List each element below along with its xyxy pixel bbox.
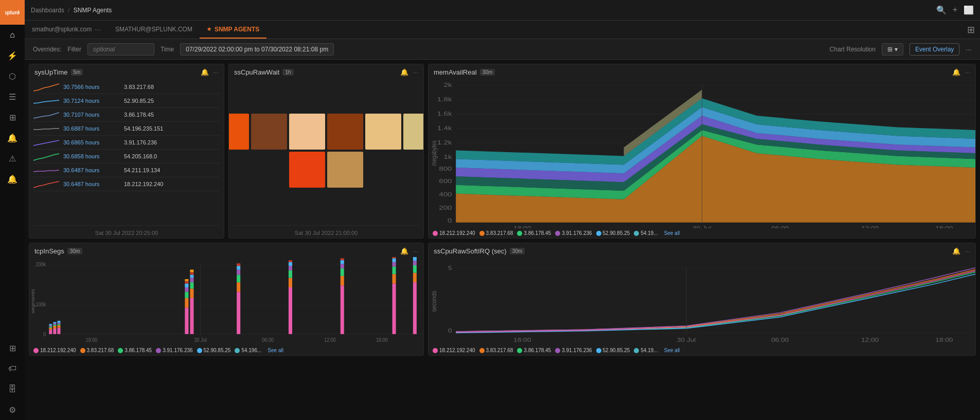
softirq-more-icon[interactable]: ··· — [965, 247, 970, 255]
uptime-value-7[interactable]: 30.6487 hours — [63, 181, 120, 187]
legend-item: 18.212.192.240 — [433, 230, 475, 236]
breadcrumb-current: SNMP Agents — [74, 7, 112, 14]
controls-bar: Overrides: Filter Time 07/29/2022 02:00:… — [25, 39, 980, 60]
sscpu-more-icon[interactable]: ··· — [413, 68, 418, 76]
legend-label: 54.196... — [241, 348, 261, 353]
uptime-value-4[interactable]: 30.6865 hours — [63, 139, 120, 145]
sidebar-tag[interactable]: 🏷 — [0, 358, 25, 379]
uptime-value-1[interactable]: 30.7124 hours — [63, 98, 120, 104]
tcp-more-icon[interactable]: ··· — [413, 247, 418, 255]
panel-sscpu-header: ssCpuRawWait 1h 🔔 ··· — [229, 64, 423, 78]
svg-rect-87 — [341, 276, 344, 285]
legend-item: 3.83.217.68 — [479, 348, 513, 353]
mem-more-icon[interactable]: ··· — [965, 68, 970, 76]
search-icon[interactable]: 🔍 — [936, 5, 947, 15]
svg-rect-96 — [393, 258, 396, 262]
uptime-value-6[interactable]: 30.6487 hours — [63, 167, 120, 173]
uptime-ip-5: 54.205.168.0 — [124, 153, 157, 159]
tab-snmp[interactable]: ★ SNMP AGENTS — [200, 21, 266, 39]
svg-rect-95 — [393, 262, 396, 267]
add-icon[interactable]: + — [953, 5, 957, 15]
svg-rect-69 — [190, 282, 193, 288]
tcp-see-all-link[interactable]: See all — [268, 348, 283, 353]
legend-item: 3.86.178.45 — [517, 348, 551, 353]
uptime-value-5[interactable]: 30.6858 hours — [63, 153, 120, 159]
svg-text:1.8k: 1.8k — [437, 96, 452, 103]
mem-alert-icon[interactable]: 🔔 — [952, 68, 960, 76]
breadcrumb-parent[interactable]: Dashboards — [31, 7, 64, 14]
svg-rect-88 — [341, 268, 344, 276]
svg-rect-100 — [413, 265, 417, 273]
panel-mem-title: memAvailReal — [434, 68, 477, 76]
legend-label: 54.19... — [640, 348, 657, 353]
svg-text:splunk: splunk — [5, 10, 20, 15]
svg-rect-58 — [57, 323, 60, 324]
svg-text:megabytes: megabytes — [430, 140, 438, 166]
svg-text:200k: 200k — [36, 262, 47, 268]
sidebar-home[interactable]: ⌂ — [0, 25, 25, 45]
sscpu-alert-icon[interactable]: 🔔 — [400, 68, 408, 76]
sysuptime-more-icon[interactable]: ··· — [213, 68, 219, 76]
sidebar-dashboard[interactable]: ⊞ — [0, 107, 25, 127]
sysuptime-alert-icon[interactable]: 🔔 — [201, 68, 209, 76]
time-range-picker[interactable]: 07/29/2022 02:00:00 pm to 07/30/2022 08:… — [180, 43, 334, 56]
tcp-chart-svg: 200k 100k 0 segments — [29, 257, 423, 345]
uptime-value-0[interactable]: 30.7566 hours — [63, 84, 120, 90]
expand-icon[interactable]: ⬜ — [964, 5, 974, 15]
sidebar-search[interactable]: ⚡ — [0, 45, 25, 66]
breadcrumb: Dashboards / SNMP Agents — [31, 7, 112, 14]
sidebar-storage[interactable]: 🗄 — [0, 379, 25, 399]
svg-rect-85 — [289, 260, 292, 262]
panel-sscpurawwait: ssCpuRawWait 1h 🔔 ··· — [228, 64, 424, 239]
panel-sscpu-title: ssCpuRawWait — [234, 68, 279, 76]
softirq-alert-icon[interactable]: 🔔 — [952, 247, 960, 255]
legend-dot — [555, 348, 560, 353]
filter-input[interactable] — [87, 43, 154, 56]
table-row: 30.6487 hours 18.212.192.240 — [33, 177, 220, 191]
table-row: 30.7566 hours 3.83.217.68 — [33, 80, 220, 94]
softirq-see-all-link[interactable]: See all — [664, 348, 680, 353]
svg-text:18:00: 18:00 — [376, 337, 388, 343]
event-overlay-button[interactable]: Event Overlay — [910, 43, 959, 56]
sidebar-settings[interactable]: ⚙ — [0, 399, 25, 420]
uptime-value-2[interactable]: 30.7107 hours — [63, 112, 120, 118]
tab-user-label: smathur@splunk.com — [32, 26, 92, 33]
panel-sysuptime-title: sysUpTime — [34, 68, 68, 76]
uptime-value-3[interactable]: 30.6887 hours — [63, 125, 120, 132]
svg-text:06:00: 06:00 — [262, 337, 274, 343]
tab-user[interactable]: smathur@splunk.com ··· — [25, 21, 108, 39]
controls-more-icon[interactable]: ··· — [966, 45, 972, 53]
mem-see-all-link[interactable]: See all — [664, 230, 680, 236]
svg-rect-82 — [289, 270, 292, 278]
uptime-ip-4: 3.91.176.236 — [124, 139, 157, 145]
chart-resolution-button[interactable]: ⊞ ▾ — [882, 43, 903, 56]
sidebar: splunk ⌂ ⚡ ⬡ ☰ ⊞ 🔔 ⚠ 🔔 ⊞ 🏷 🗄 ⚙ — [0, 0, 25, 420]
tab-smathur[interactable]: SMATHUR@SPLUNK.COM — [108, 21, 200, 39]
tcp-alert-icon[interactable]: 🔔 — [400, 247, 408, 255]
panel-softirq-title: ssCpuRawSoftIRQ (sec) — [434, 247, 507, 255]
legend-item: 3.86.178.45 — [118, 348, 152, 353]
heatmap-cell — [327, 152, 363, 188]
sidebar-reports[interactable]: ☰ — [0, 86, 25, 107]
heatmap-cell — [289, 152, 325, 188]
sidebar-grid[interactable]: ⊞ — [0, 338, 25, 358]
panel-sysuptime-body: 30.7566 hours 3.83.217.68 30.7124 hours … — [29, 78, 224, 223]
app-logo[interactable]: splunk — [0, 0, 25, 25]
svg-rect-54 — [53, 322, 56, 323]
svg-rect-89 — [341, 264, 344, 269]
legend-dot — [517, 231, 522, 236]
uptime-ip-1: 52.90.85.25 — [124, 98, 154, 104]
tab-user-dots[interactable]: ··· — [95, 25, 101, 33]
legend-dot — [433, 348, 438, 353]
sidebar-alerts[interactable]: 🔔 — [0, 127, 25, 148]
svg-rect-76 — [237, 275, 240, 282]
sidebar-alerts2[interactable]: 🔔 — [0, 169, 25, 189]
legend-item: 3.91.176.236 — [555, 230, 592, 236]
new-tab-button[interactable]: ⊞ — [961, 21, 980, 39]
legend-dot — [517, 348, 522, 353]
legend-item: 54.19... — [634, 230, 657, 236]
topnav-icons: 🔍 + ⬜ — [936, 5, 974, 15]
sidebar-topology[interactable]: ⬡ — [0, 66, 25, 86]
sidebar-warning[interactable]: ⚠ — [0, 148, 25, 169]
legend-label: 3.83.217.68 — [486, 348, 513, 353]
